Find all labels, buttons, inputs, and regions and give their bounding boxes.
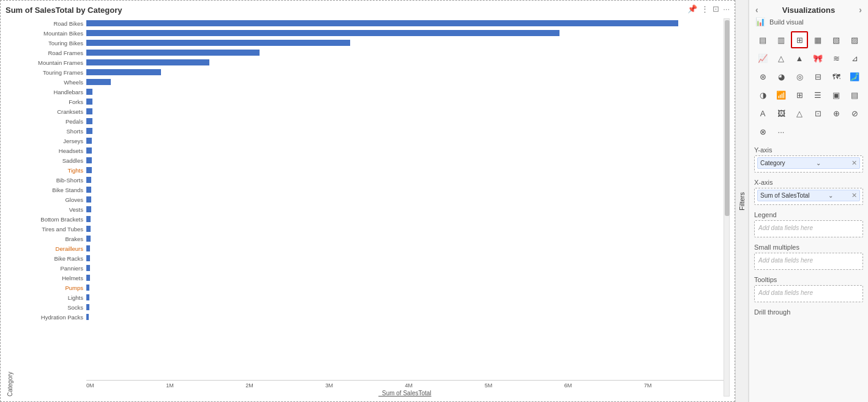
expand-icon[interactable]: ⊡ bbox=[713, 4, 719, 13]
x-axis-field-box[interactable]: Sum of SalesTotal ⌄ ✕ bbox=[754, 188, 863, 205]
slicer-icon[interactable]: ☰ bbox=[809, 86, 826, 103]
bar-row: Helmets bbox=[16, 274, 724, 282]
waterfall-icon[interactable]: ≋ bbox=[828, 50, 845, 67]
bar-track bbox=[86, 79, 724, 85]
y-axis-chip-chevron[interactable]: ⌄ bbox=[816, 160, 821, 166]
bar-fill bbox=[86, 294, 89, 300]
bar-fill bbox=[86, 216, 91, 222]
area-chart-icon[interactable]: △ bbox=[773, 50, 790, 67]
chart-scrollbar[interactable] bbox=[724, 18, 730, 396]
pin-icon[interactable]: 📌 bbox=[687, 4, 697, 13]
multi-row-card-icon[interactable]: ▤ bbox=[846, 86, 863, 103]
bar-label: Mountain Bikes bbox=[16, 30, 86, 37]
bar-fill bbox=[86, 167, 92, 173]
scatter-chart-icon[interactable]: ⊛ bbox=[754, 68, 771, 85]
drill-through-label: Drill through bbox=[749, 305, 868, 317]
map-icon[interactable]: 🗺 bbox=[828, 68, 845, 85]
bar-label: Socks bbox=[16, 304, 86, 311]
pie-chart-icon[interactable]: ◕ bbox=[773, 68, 790, 85]
more-options-icon[interactable]: ··· bbox=[723, 4, 730, 13]
bar-fill bbox=[86, 304, 89, 310]
viz-nav-prev-icon[interactable]: ‹ bbox=[755, 5, 758, 15]
legend-field-label: Legend bbox=[754, 211, 863, 218]
bar-fill bbox=[86, 147, 92, 154]
gauge-icon[interactable]: ◑ bbox=[754, 86, 771, 103]
bar-fill bbox=[86, 236, 91, 242]
image-icon[interactable]: 🖼 bbox=[773, 105, 790, 122]
bar-row: Handlebars bbox=[16, 87, 724, 96]
line-area-icon[interactable]: ▲ bbox=[791, 50, 808, 67]
treemap-icon[interactable]: ⊟ bbox=[809, 68, 826, 85]
line-chart-icon[interactable]: 📈 bbox=[754, 50, 771, 67]
ribbon-chart-icon[interactable]: 🎀 bbox=[809, 50, 826, 67]
percent-bar-icon[interactable]: ▨ bbox=[846, 31, 863, 48]
small-multiples-field-box[interactable]: Add data fields here bbox=[754, 253, 863, 270]
bar-track bbox=[86, 40, 724, 46]
y-axis-chip-remove[interactable]: ✕ bbox=[851, 159, 857, 167]
bar-fill bbox=[86, 265, 90, 271]
donut-chart-icon[interactable]: ◎ bbox=[791, 68, 808, 85]
bar-fill bbox=[86, 314, 89, 320]
shape-icon[interactable]: △ bbox=[791, 105, 808, 122]
bar-track bbox=[86, 30, 724, 36]
bar-label: Touring Frames bbox=[16, 69, 86, 76]
bar-row: Brakes bbox=[16, 234, 724, 243]
stacked-column-icon[interactable]: ▧ bbox=[828, 31, 845, 48]
bar-row: Touring Frames bbox=[16, 68, 724, 76]
custom1-icon[interactable]: ⊕ bbox=[828, 105, 845, 122]
table-chart-icon[interactable]: ⊞ bbox=[791, 31, 808, 48]
bar-fill bbox=[86, 275, 90, 281]
bar-track bbox=[86, 196, 724, 203]
bar-fill bbox=[86, 89, 92, 95]
bar-row: Headsets bbox=[16, 146, 724, 155]
bar-track bbox=[86, 89, 724, 95]
scrollbar-thumb[interactable] bbox=[725, 20, 730, 216]
clustered-bar-icon[interactable]: ▥ bbox=[773, 31, 790, 48]
bars-area: Road BikesMountain BikesTouring BikesRoa… bbox=[16, 18, 724, 380]
bar-label: Pumps bbox=[16, 285, 86, 291]
bar-row: Socks bbox=[16, 303, 724, 311]
bar-label: Cranksets bbox=[16, 108, 86, 115]
bar-label: Forks bbox=[16, 99, 86, 105]
visualizations-panel: ‹ Visualizations › 📊 Build visual ▤▥⊞▦▧▨… bbox=[749, 0, 868, 402]
funnel-icon[interactable]: ⊿ bbox=[846, 50, 863, 67]
stacked-bar-icon[interactable]: ▤ bbox=[754, 31, 771, 48]
bar-row: Panniers bbox=[16, 264, 724, 272]
tooltips-section: Tooltips Add data fields here bbox=[749, 272, 868, 305]
bar-label: Headsets bbox=[16, 147, 86, 154]
bar-row: Pumps bbox=[16, 283, 724, 292]
bar-fill bbox=[86, 157, 92, 163]
tooltips-field-box[interactable]: Add data fields here bbox=[754, 285, 863, 302]
bar-row: Bottom Brackets bbox=[16, 215, 724, 223]
bar-label: Lights bbox=[16, 294, 86, 301]
kpi-icon[interactable]: 📶 bbox=[773, 86, 790, 103]
filter-icon[interactable]: ⋮ bbox=[701, 4, 709, 13]
bar-fill bbox=[86, 59, 209, 65]
y-axis-field-box[interactable]: Category ⌄ ✕ bbox=[754, 155, 863, 173]
x-axis-section: X-axis Sum of SalesTotal ⌄ ✕ bbox=[749, 175, 868, 207]
bar-row: Bike Racks bbox=[16, 254, 724, 262]
chart-inner: Road BikesMountain BikesTouring BikesRoa… bbox=[16, 18, 724, 396]
bar-track bbox=[86, 275, 724, 281]
text-box-icon[interactable]: A bbox=[754, 105, 771, 122]
card-icon[interactable]: ▣ bbox=[828, 86, 845, 103]
bar-label: Bib-Shorts bbox=[16, 177, 86, 184]
custom3-icon[interactable]: ⊗ bbox=[754, 123, 771, 140]
filled-map-icon[interactable]: 🗾 bbox=[846, 68, 863, 85]
bar-row: Touring Bikes bbox=[16, 39, 724, 47]
legend-field-box[interactable]: Add data fields here bbox=[754, 220, 863, 237]
x-axis-chip-chevron[interactable]: ⌄ bbox=[828, 192, 833, 199]
table2-icon[interactable]: ⊡ bbox=[809, 105, 826, 122]
viz-nav-right: › bbox=[859, 5, 862, 15]
custom2-icon[interactable]: ⊘ bbox=[846, 105, 863, 122]
clustered-column-icon[interactable]: ▦ bbox=[809, 31, 826, 48]
more-icon[interactable]: ··· bbox=[773, 123, 790, 140]
viz-nav-next-icon[interactable]: › bbox=[859, 5, 862, 15]
bar-fill bbox=[86, 245, 90, 251]
x-tick: 3M bbox=[325, 382, 405, 389]
bar-label: Bike Stands bbox=[16, 187, 86, 193]
bar-label: Bottom Brackets bbox=[16, 216, 86, 223]
matrix-icon[interactable]: ⊞ bbox=[791, 86, 808, 103]
bar-track bbox=[86, 177, 724, 183]
x-axis-chip-remove[interactable]: ✕ bbox=[851, 192, 857, 199]
